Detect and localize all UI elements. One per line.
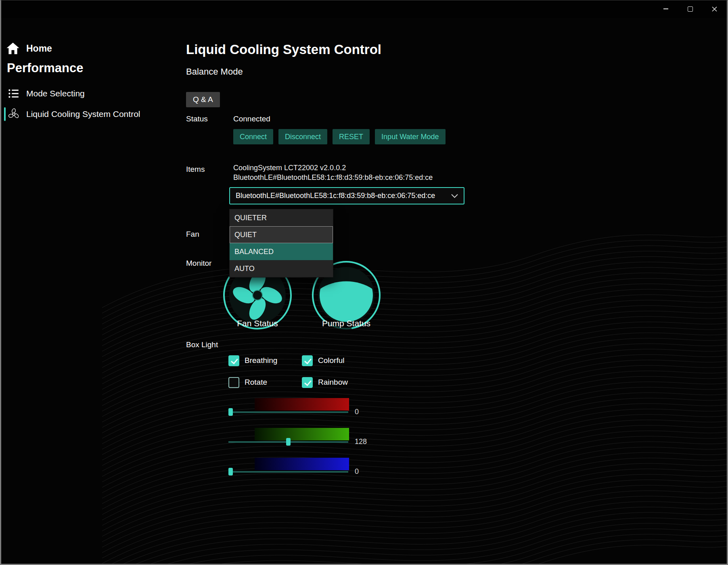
pump-status-label: Pump Status xyxy=(311,319,382,328)
colorful-checkbox[interactable] xyxy=(302,355,313,366)
colorful-label: Colorful xyxy=(318,356,344,365)
titlebar xyxy=(1,0,727,18)
connection-buttons: Connect Disconnect RESET Input Water Mod… xyxy=(233,129,446,144)
maximize-button[interactable] xyxy=(681,2,699,15)
fan-icon xyxy=(8,108,20,120)
rainbow-label: Rainbow xyxy=(318,378,348,387)
blue-slider-value: 0 xyxy=(355,467,359,476)
status-value: Connected xyxy=(233,115,270,123)
blue-slider-thumb[interactable] xyxy=(228,468,233,475)
list-icon xyxy=(8,88,20,99)
liquid-cooling-label: Liquid Cooling System Control xyxy=(26,109,140,119)
red-slider-group: 0 xyxy=(228,398,414,420)
chevron-down-icon xyxy=(451,194,458,198)
option-balanced[interactable]: BALANCED xyxy=(230,243,333,260)
red-gradient-bar xyxy=(255,398,349,411)
device-select[interactable]: BluetoothLE#BluetoothLE58:1c:f8:d3:59:b8… xyxy=(229,187,464,204)
green-slider-value: 128 xyxy=(355,438,367,446)
page-title: Liquid Cooling System Control xyxy=(186,42,381,57)
sidebar-item-mode-selecting[interactable]: Mode Selecting xyxy=(8,85,85,102)
home-icon xyxy=(6,42,20,55)
input-water-mode-button[interactable]: Input Water Mode xyxy=(375,129,445,144)
device-address-text: BluetoothLE#BluetoothLE58:1c:f8:d3:59:b8… xyxy=(233,173,433,182)
breathing-label: Breathing xyxy=(245,356,277,365)
rainbow-checkbox[interactable] xyxy=(302,377,313,388)
home-label: Home xyxy=(26,43,52,54)
green-slider-thumb[interactable] xyxy=(286,438,291,446)
blue-gradient-bar xyxy=(255,458,349,470)
sidebar-section-performance: Performance xyxy=(7,61,84,75)
breathing-checkbox[interactable] xyxy=(228,355,239,366)
device-name-text: CoolingSystem LCT22002 v2.0.0.2 xyxy=(233,164,346,172)
rotate-label: Rotate xyxy=(245,378,267,387)
rotate-checkbox[interactable] xyxy=(228,377,239,388)
red-slider-value: 0 xyxy=(355,408,359,416)
selected-indicator xyxy=(4,107,6,121)
maximize-icon xyxy=(688,6,693,12)
sidebar-item-home[interactable]: Home xyxy=(6,40,52,57)
qa-button[interactable]: Q & A xyxy=(186,92,220,107)
minimize-icon xyxy=(663,8,668,9)
light-effect-colorful: Colorful xyxy=(302,354,344,367)
blue-slider-group: 0 xyxy=(228,458,414,480)
green-slider-group: 128 xyxy=(228,428,414,450)
blue-slider-track[interactable] xyxy=(228,471,348,473)
mode-subtitle: Balance Mode xyxy=(186,67,243,77)
light-effect-rotate: Rotate xyxy=(228,376,267,388)
option-auto[interactable]: AUTO xyxy=(230,260,333,277)
option-quiet[interactable]: QUIET xyxy=(230,226,333,243)
light-effect-rainbow: Rainbow xyxy=(302,376,348,388)
red-slider-thumb[interactable] xyxy=(228,408,233,416)
fan-mode-dropdown: QUIETER QUIET BALANCED AUTO xyxy=(229,209,333,277)
connect-button[interactable]: Connect xyxy=(233,129,273,144)
monitor-label: Monitor xyxy=(186,259,211,268)
close-icon xyxy=(712,6,717,12)
items-label: Items xyxy=(186,165,205,174)
disconnect-button[interactable]: Disconnect xyxy=(278,129,327,144)
status-label: Status xyxy=(186,115,208,123)
red-slider-track[interactable] xyxy=(228,411,348,413)
mode-selecting-label: Mode Selecting xyxy=(26,89,85,98)
fan-label: Fan xyxy=(186,230,199,239)
sidebar-item-liquid-cooling[interactable]: Liquid Cooling System Control xyxy=(8,105,140,123)
light-effect-breathing: Breathing xyxy=(228,354,277,367)
app-window: Home Performance Mode Selecting Liquid C… xyxy=(0,0,728,565)
option-quieter[interactable]: QUIETER xyxy=(230,209,333,226)
fan-status-label: Fan Status xyxy=(222,319,293,328)
device-select-value: BluetoothLE#BluetoothLE58:1c:f8:d3:59:b8… xyxy=(236,192,435,200)
close-button[interactable] xyxy=(705,2,724,15)
reset-button[interactable]: RESET xyxy=(333,129,370,144)
box-light-label: Box Light xyxy=(186,340,218,349)
window-controls xyxy=(657,2,724,15)
minimize-button[interactable] xyxy=(657,2,675,15)
green-gradient-bar xyxy=(255,428,349,440)
